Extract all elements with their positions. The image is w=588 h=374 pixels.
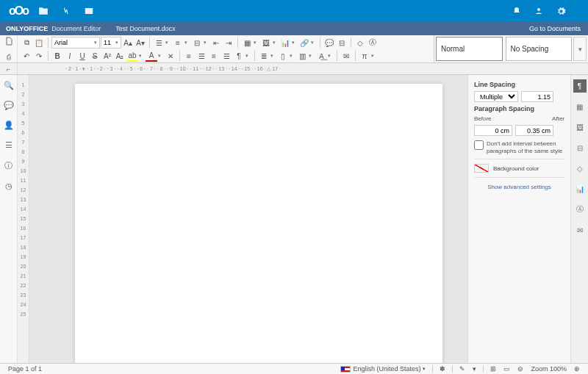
contacts-icon[interactable] bbox=[534, 7, 543, 15]
strike-button[interactable]: S bbox=[89, 50, 101, 62]
about-icon[interactable]: ◷ bbox=[5, 181, 12, 191]
header-tab-icon[interactable]: ⊟ bbox=[573, 141, 587, 154]
columns-icon[interactable]: ▥ bbox=[296, 50, 308, 62]
mailmerge-icon[interactable]: ✉ bbox=[340, 50, 352, 62]
notifications-icon[interactable] bbox=[512, 7, 521, 15]
gallery-icon[interactable] bbox=[84, 6, 94, 16]
zoom-out-icon[interactable]: ⊖ bbox=[517, 365, 523, 373]
navigation-icon[interactable]: ☰ bbox=[5, 140, 12, 150]
font-family-select[interactable]: Arial▾ bbox=[51, 37, 100, 48]
page-margins-icon[interactable]: ▯ bbox=[277, 50, 289, 62]
track-changes-icon[interactable]: ✎ bbox=[459, 365, 465, 373]
dropcap-icon[interactable]: A͟ bbox=[315, 50, 327, 62]
no-interval-label: Don't add interval between paragraphs of… bbox=[487, 140, 564, 154]
zoom-in-icon[interactable]: ⊕ bbox=[574, 365, 580, 373]
spacing-before-input[interactable] bbox=[474, 125, 512, 136]
paste-icon[interactable]: 📋 bbox=[33, 37, 45, 48]
shape-tab-icon[interactable]: ◇ bbox=[573, 162, 587, 175]
spellcheck-icon[interactable]: ✽ bbox=[440, 365, 445, 373]
numbered-list-icon[interactable]: ≡ bbox=[172, 37, 184, 48]
table-tab-icon[interactable]: ▦ bbox=[573, 100, 587, 113]
clear-style-icon[interactable]: ✕ bbox=[165, 50, 176, 62]
track-changes-dropdown-icon[interactable]: ▾ bbox=[473, 365, 476, 373]
language-selector[interactable]: English (United States)▾ bbox=[340, 365, 426, 373]
align-justify-icon[interactable]: ☰ bbox=[220, 50, 232, 62]
svg-point-1 bbox=[537, 8, 540, 11]
insert-table-icon[interactable]: ▦ bbox=[241, 37, 253, 48]
line-spacing-mode-select[interactable]: Multiple bbox=[474, 91, 518, 102]
insert-shape-icon[interactable]: ◇ bbox=[354, 37, 366, 48]
equation-icon[interactable]: π bbox=[359, 50, 370, 62]
bg-color-swatch[interactable] bbox=[474, 164, 489, 173]
bullet-list-icon[interactable]: ☰ bbox=[153, 37, 165, 48]
horizontal-ruler: ⌐ · 2 · 1 · ▾ · 1 · · 2 · · 3 · · 4 · · … bbox=[0, 63, 588, 75]
comment-icon[interactable]: 💬 bbox=[323, 37, 335, 48]
align-left-icon[interactable]: ≡ bbox=[183, 50, 195, 62]
fit-width-icon[interactable]: ▭ bbox=[503, 365, 510, 373]
after-label: After bbox=[521, 115, 565, 122]
insert-chart-icon[interactable]: 📊 bbox=[279, 37, 291, 48]
settings-icon[interactable] bbox=[556, 7, 566, 16]
bg-color-label: Background color bbox=[493, 165, 539, 172]
increase-font-icon[interactable]: A▴ bbox=[122, 37, 134, 48]
mailmerge-tab-icon[interactable]: ✉ bbox=[573, 223, 587, 237]
insert-image-icon[interactable]: 🖼 bbox=[260, 37, 272, 48]
underline-button[interactable]: U bbox=[76, 50, 88, 62]
go-to-documents-link[interactable]: Go to Documents bbox=[529, 25, 581, 32]
comments-icon[interactable]: 💬 bbox=[4, 101, 14, 110]
files-icon[interactable] bbox=[38, 6, 49, 16]
insert-textart-icon[interactable]: Ⓐ bbox=[367, 37, 379, 48]
before-label: Before bbox=[474, 115, 518, 122]
chat-icon[interactable]: 👤 bbox=[4, 121, 14, 130]
zoom-level[interactable]: Zoom 100% bbox=[531, 365, 567, 373]
document-page[interactable] bbox=[75, 84, 442, 363]
insert-link-icon[interactable]: 🔗 bbox=[298, 37, 310, 48]
align-right-icon[interactable]: ≡ bbox=[208, 50, 220, 62]
document-filename: Test Document.docx bbox=[115, 25, 176, 32]
ruler-scale[interactable]: · 2 · 1 · ▾ · 1 · · 2 · · 3 · · 4 · · 5 … bbox=[18, 63, 474, 74]
italic-button[interactable]: I bbox=[64, 50, 76, 62]
style-gallery: Normal No Spacing ▾ bbox=[434, 35, 588, 62]
highlight-color-icon[interactable]: ab bbox=[126, 50, 138, 62]
textart-tab-icon[interactable]: Ⓐ bbox=[573, 203, 587, 216]
page-indicator[interactable]: Page 1 of 1 bbox=[8, 365, 42, 373]
line-spacing-icon[interactable]: ≣ bbox=[258, 50, 270, 62]
fit-page-icon[interactable]: ⊞ bbox=[490, 365, 496, 373]
paragraph-tab-icon[interactable]: ¶ bbox=[573, 79, 587, 93]
multilevel-list-icon[interactable]: ⊟ bbox=[191, 37, 203, 48]
status-bar: Page 1 of 1 English (United States)▾ ✽ ✎… bbox=[0, 363, 588, 374]
svg-rect-0 bbox=[85, 8, 93, 14]
increase-indent-icon[interactable]: ⇥ bbox=[223, 37, 234, 48]
copy-icon[interactable]: ⧉ bbox=[21, 37, 32, 48]
header-footer-icon[interactable]: ⊟ bbox=[336, 37, 348, 48]
font-color-icon[interactable]: A bbox=[146, 50, 157, 62]
align-center-icon[interactable]: ☰ bbox=[196, 50, 207, 62]
style-expand-icon[interactable]: ▾ bbox=[573, 37, 587, 61]
file-icon[interactable] bbox=[3, 35, 15, 47]
undo-icon[interactable]: ↶ bbox=[21, 50, 32, 62]
decrease-indent-icon[interactable]: ⇤ bbox=[210, 37, 222, 48]
superscript-button[interactable]: A² bbox=[101, 50, 113, 62]
tab-selector-icon[interactable]: ⌐ bbox=[0, 63, 18, 74]
nonprinting-icon[interactable]: ¶ bbox=[233, 50, 245, 62]
decrease-font-icon[interactable]: A▾ bbox=[135, 37, 146, 48]
print-icon[interactable]: ⎙ bbox=[3, 51, 15, 63]
document-canvas[interactable] bbox=[29, 75, 467, 363]
no-interval-checkbox[interactable] bbox=[474, 140, 484, 150]
image-tab-icon[interactable]: 🖼 bbox=[573, 121, 587, 134]
feedback-icon[interactable]: ⓘ bbox=[4, 160, 12, 171]
chart-tab-icon[interactable]: 📊 bbox=[573, 182, 587, 195]
advanced-settings-link[interactable]: Show advanced settings bbox=[474, 184, 564, 190]
brand-label: ONLYOFFICE bbox=[6, 25, 48, 32]
right-sidebar-tabs: ¶ ▦ 🖼 ⊟ ◇ 📊 Ⓐ ✉ bbox=[570, 75, 588, 363]
line-spacing-value-input[interactable] bbox=[521, 91, 553, 102]
bold-button[interactable]: B bbox=[51, 50, 63, 62]
style-no-spacing[interactable]: No Spacing bbox=[506, 37, 573, 61]
search-icon[interactable]: 🔍 bbox=[4, 81, 14, 90]
subscript-button[interactable]: A₂ bbox=[114, 50, 126, 62]
style-normal[interactable]: Normal bbox=[436, 37, 503, 61]
font-size-select[interactable]: 11▾ bbox=[101, 37, 121, 48]
redo-icon[interactable]: ↷ bbox=[33, 50, 45, 62]
activity-icon[interactable] bbox=[62, 7, 71, 15]
spacing-after-input[interactable] bbox=[515, 125, 553, 136]
